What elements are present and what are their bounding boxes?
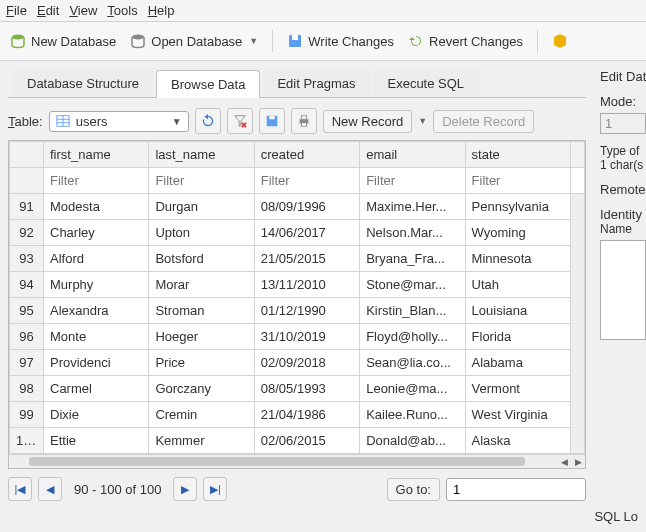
table-row[interactable]: 96MonteHoeger31/10/2019Floyd@holly...Flo…	[10, 324, 585, 350]
next-page-button[interactable]: ▶	[173, 477, 197, 501]
delete-record-button[interactable]: Delete Record	[433, 110, 534, 133]
cell-email[interactable]: Maxime.Her...	[360, 194, 465, 220]
menu-view[interactable]: View	[69, 3, 97, 18]
filter-created[interactable]	[261, 173, 353, 188]
chevron-down-icon[interactable]: ▼	[249, 36, 258, 46]
cell-state[interactable]: Alaska	[465, 428, 570, 454]
save-button[interactable]	[259, 108, 285, 134]
clear-filters-button[interactable]	[227, 108, 253, 134]
cell-email[interactable]: Sean@lia.co...	[360, 350, 465, 376]
cell-state[interactable]: Wyoming	[465, 220, 570, 246]
row-number[interactable]: 94	[10, 272, 44, 298]
name-listbox[interactable]	[600, 240, 646, 340]
cell-last-name[interactable]: Botsford	[149, 246, 254, 272]
table-row[interactable]: 94MurphyMorar13/11/2010Stone@mar...Utah	[10, 272, 585, 298]
cell-state[interactable]: Minnesota	[465, 246, 570, 272]
row-number[interactable]: 99	[10, 402, 44, 428]
menu-help[interactable]: Help	[148, 3, 175, 18]
mode-box[interactable]: 1	[600, 113, 646, 134]
print-button[interactable]	[291, 108, 317, 134]
cell-state[interactable]: West Virginia	[465, 402, 570, 428]
col-last-name[interactable]: last_name	[149, 142, 254, 168]
cell-email[interactable]: Floyd@holly...	[360, 324, 465, 350]
table-select[interactable]: users ▼	[49, 111, 189, 132]
goto-input[interactable]	[446, 478, 586, 501]
col-state[interactable]: state	[465, 142, 570, 168]
tab-browse-data[interactable]: Browse Data	[156, 70, 260, 98]
cell-email[interactable]: Leonie@ma...	[360, 376, 465, 402]
cell-last-name[interactable]: Upton	[149, 220, 254, 246]
cell-created[interactable]: 02/06/2015	[254, 428, 359, 454]
cell-created[interactable]: 01/12/1990	[254, 298, 359, 324]
cell-email[interactable]: Bryana_Fra...	[360, 246, 465, 272]
cell-created[interactable]: 21/05/2015	[254, 246, 359, 272]
cell-created[interactable]: 31/10/2019	[254, 324, 359, 350]
row-number[interactable]: 91	[10, 194, 44, 220]
cell-created[interactable]: 21/04/1986	[254, 402, 359, 428]
cell-state[interactable]: Florida	[465, 324, 570, 350]
cell-email[interactable]: Donald@ab...	[360, 428, 465, 454]
cell-created[interactable]: 08/09/1996	[254, 194, 359, 220]
new-database-button[interactable]: New Database	[10, 33, 116, 49]
tab-database-structure[interactable]: Database Structure	[12, 69, 154, 97]
table-row[interactable]: 95AlexandraStroman01/12/1990Kirstin_Blan…	[10, 298, 585, 324]
table-row[interactable]: 93AlfordBotsford21/05/2015Bryana_Fra...M…	[10, 246, 585, 272]
cell-last-name[interactable]: Gorczany	[149, 376, 254, 402]
row-number[interactable]: 96	[10, 324, 44, 350]
cell-email[interactable]: Kirstin_Blan...	[360, 298, 465, 324]
cell-last-name[interactable]: Durgan	[149, 194, 254, 220]
cell-first-name[interactable]: Charley	[44, 220, 149, 246]
table-row[interactable]: 91ModestaDurgan08/09/1996Maxime.Her...Pe…	[10, 194, 585, 220]
refresh-button[interactable]	[195, 108, 221, 134]
cell-first-name[interactable]: Alford	[44, 246, 149, 272]
scroll-right-icon[interactable]: ▶	[571, 455, 585, 469]
filter-last-name[interactable]	[155, 173, 247, 188]
cell-email[interactable]: Stone@mar...	[360, 272, 465, 298]
cell-first-name[interactable]: Monte	[44, 324, 149, 350]
cell-state[interactable]: Louisiana	[465, 298, 570, 324]
table-row[interactable]: 98CarmelGorczany08/05/1993Leonie@ma...Ve…	[10, 376, 585, 402]
scroll-left-icon[interactable]: ◀	[557, 455, 571, 469]
table-row[interactable]: 99DixieCremin21/04/1986Kailee.Runo...Wes…	[10, 402, 585, 428]
horizontal-scrollbar[interactable]: ◀ ▶	[9, 454, 585, 468]
row-number[interactable]: 97	[10, 350, 44, 376]
cell-state[interactable]: Vermont	[465, 376, 570, 402]
cell-created[interactable]: 08/05/1993	[254, 376, 359, 402]
goto-button[interactable]: Go to:	[387, 478, 440, 501]
cell-created[interactable]: 14/06/2017	[254, 220, 359, 246]
filter-first-name[interactable]	[50, 173, 142, 188]
table-row[interactable]: 92CharleyUpton14/06/2017Nelson.Mar...Wyo…	[10, 220, 585, 246]
cell-last-name[interactable]: Morar	[149, 272, 254, 298]
cell-email[interactable]: Nelson.Mar...	[360, 220, 465, 246]
menu-edit[interactable]: Edit	[37, 3, 59, 18]
revert-changes-button[interactable]: Revert Changes	[408, 33, 523, 49]
cell-state[interactable]: Alabama	[465, 350, 570, 376]
cell-first-name[interactable]: Murphy	[44, 272, 149, 298]
prev-page-button[interactable]: ◀	[38, 477, 62, 501]
write-changes-button[interactable]: Write Changes	[287, 33, 394, 49]
filter-state[interactable]	[472, 173, 564, 188]
col-created[interactable]: created	[254, 142, 359, 168]
filter-email[interactable]	[366, 173, 458, 188]
table-row[interactable]: 100EttieKemmer02/06/2015Donald@ab...Alas…	[10, 428, 585, 454]
menu-tools[interactable]: Tools	[107, 3, 137, 18]
first-page-button[interactable]: |◀	[8, 477, 32, 501]
chevron-down-icon[interactable]: ▼	[418, 116, 427, 126]
cell-state[interactable]: Utah	[465, 272, 570, 298]
cell-first-name[interactable]: Carmel	[44, 376, 149, 402]
tab-edit-pragmas[interactable]: Edit Pragmas	[262, 69, 370, 97]
row-number[interactable]: 98	[10, 376, 44, 402]
row-number[interactable]: 100	[10, 428, 44, 454]
row-number[interactable]: 95	[10, 298, 44, 324]
cell-last-name[interactable]: Stroman	[149, 298, 254, 324]
cell-created[interactable]: 13/11/2010	[254, 272, 359, 298]
cell-first-name[interactable]: Ettie	[44, 428, 149, 454]
cell-email[interactable]: Kailee.Runo...	[360, 402, 465, 428]
cell-last-name[interactable]: Kemmer	[149, 428, 254, 454]
new-record-button[interactable]: New Record	[323, 110, 413, 133]
menu-file[interactable]: File	[6, 3, 27, 18]
cell-last-name[interactable]: Hoeger	[149, 324, 254, 350]
cell-first-name[interactable]: Providenci	[44, 350, 149, 376]
tab-execute-sql[interactable]: Execute SQL	[372, 69, 479, 97]
cell-created[interactable]: 02/09/2018	[254, 350, 359, 376]
